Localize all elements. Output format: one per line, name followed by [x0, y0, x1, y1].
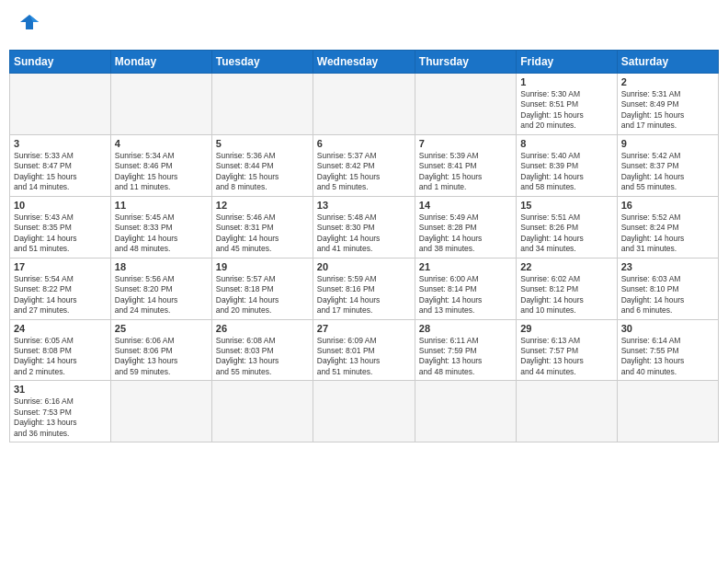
cell-content: Sunrise: 6:03 AM Sunset: 8:10 PM Dayligh…	[621, 274, 714, 316]
day-number: 7	[419, 138, 512, 149]
day-number: 17	[14, 261, 107, 272]
day-number: 25	[115, 323, 208, 334]
cell-content: Sunrise: 6:13 AM Sunset: 7:57 PM Dayligh…	[520, 336, 612, 378]
calendar-cell: 1Sunrise: 5:30 AM Sunset: 8:51 PM Daylig…	[517, 74, 617, 135]
calendar-cell	[110, 381, 211, 442]
calendar-cell: 6Sunrise: 5:37 AM Sunset: 8:42 PM Daylig…	[313, 134, 415, 196]
calendar-cell: 10Sunrise: 5:43 AM Sunset: 8:35 PM Dayli…	[10, 196, 111, 258]
day-number: 4	[115, 138, 208, 149]
day-number: 9	[621, 138, 714, 149]
calendar-cell: 20Sunrise: 5:59 AM Sunset: 8:16 PM Dayli…	[313, 258, 415, 319]
calendar-week-row: 10Sunrise: 5:43 AM Sunset: 8:35 PM Dayli…	[10, 196, 719, 258]
day-number: 1	[520, 76, 612, 87]
cell-content: Sunrise: 5:45 AM Sunset: 8:33 PM Dayligh…	[115, 213, 208, 255]
cell-content: Sunrise: 6:00 AM Sunset: 8:14 PM Dayligh…	[419, 274, 512, 316]
calendar-cell: 23Sunrise: 6:03 AM Sunset: 8:10 PM Dayli…	[617, 258, 718, 319]
calendar-cell: 26Sunrise: 6:08 AM Sunset: 8:03 PM Dayli…	[211, 319, 313, 381]
cell-content: Sunrise: 6:09 AM Sunset: 8:01 PM Dayligh…	[317, 336, 411, 378]
calendar-cell: 30Sunrise: 6:14 AM Sunset: 7:55 PM Dayli…	[617, 319, 718, 381]
calendar-cell: 21Sunrise: 6:00 AM Sunset: 8:14 PM Dayli…	[415, 258, 516, 319]
cell-content: Sunrise: 6:11 AM Sunset: 7:59 PM Dayligh…	[419, 336, 512, 378]
day-number: 3	[14, 138, 107, 149]
calendar-cell	[415, 381, 516, 442]
day-number: 28	[419, 323, 512, 334]
day-number: 12	[216, 200, 309, 211]
calendar-cell: 12Sunrise: 5:46 AM Sunset: 8:31 PM Dayli…	[211, 196, 313, 258]
calendar-week-row: 31Sunrise: 6:16 AM Sunset: 7:53 PM Dayli…	[10, 381, 719, 442]
day-number: 29	[520, 323, 612, 334]
cell-content: Sunrise: 5:57 AM Sunset: 8:18 PM Dayligh…	[216, 274, 309, 316]
calendar-cell: 4Sunrise: 5:34 AM Sunset: 8:46 PM Daylig…	[110, 134, 211, 196]
cell-content: Sunrise: 5:46 AM Sunset: 8:31 PM Dayligh…	[216, 213, 309, 255]
calendar-cell: 9Sunrise: 5:42 AM Sunset: 8:37 PM Daylig…	[617, 134, 718, 196]
day-number: 8	[520, 138, 612, 149]
header	[9, 9, 719, 42]
calendar-cell: 29Sunrise: 6:13 AM Sunset: 7:57 PM Dayli…	[517, 319, 617, 381]
calendar-cell: 17Sunrise: 5:54 AM Sunset: 8:22 PM Dayli…	[10, 258, 111, 319]
calendar-cell: 2Sunrise: 5:31 AM Sunset: 8:49 PM Daylig…	[617, 74, 718, 135]
weekday-header-thursday: Thursday	[415, 51, 516, 74]
calendar-cell: 8Sunrise: 5:40 AM Sunset: 8:39 PM Daylig…	[517, 134, 617, 196]
calendar-cell: 13Sunrise: 5:48 AM Sunset: 8:30 PM Dayli…	[313, 196, 415, 258]
calendar-cell: 16Sunrise: 5:52 AM Sunset: 8:24 PM Dayli…	[617, 196, 718, 258]
cell-content: Sunrise: 5:49 AM Sunset: 8:28 PM Dayligh…	[419, 213, 512, 255]
calendar-cell: 28Sunrise: 6:11 AM Sunset: 7:59 PM Dayli…	[415, 319, 516, 381]
day-number: 26	[216, 323, 309, 334]
weekday-header-monday: Monday	[110, 51, 211, 74]
calendar-week-row: 24Sunrise: 6:05 AM Sunset: 8:08 PM Dayli…	[10, 319, 719, 381]
cell-content: Sunrise: 5:31 AM Sunset: 8:49 PM Dayligh…	[621, 89, 714, 132]
calendar-cell: 22Sunrise: 6:02 AM Sunset: 8:12 PM Dayli…	[517, 258, 617, 319]
weekday-header-friday: Friday	[517, 51, 617, 74]
day-number: 24	[14, 323, 107, 334]
weekday-header-row: SundayMondayTuesdayWednesdayThursdayFrid…	[10, 51, 719, 74]
day-number: 14	[419, 200, 512, 211]
calendar-cell: 15Sunrise: 5:51 AM Sunset: 8:26 PM Dayli…	[517, 196, 617, 258]
calendar-cell	[415, 74, 516, 135]
calendar-cell	[211, 74, 313, 135]
calendar-cell	[10, 74, 111, 135]
day-number: 11	[115, 200, 208, 211]
calendar-week-row: 17Sunrise: 5:54 AM Sunset: 8:22 PM Dayli…	[10, 258, 719, 319]
day-number: 23	[621, 261, 714, 272]
day-number: 31	[14, 384, 107, 395]
calendar-cell: 31Sunrise: 6:16 AM Sunset: 7:53 PM Dayli…	[10, 381, 111, 442]
weekday-header-saturday: Saturday	[617, 51, 718, 74]
cell-content: Sunrise: 5:37 AM Sunset: 8:42 PM Dayligh…	[317, 151, 411, 193]
calendar-cell	[313, 381, 415, 442]
weekday-header-tuesday: Tuesday	[211, 51, 313, 74]
calendar-cell	[617, 381, 718, 442]
cell-content: Sunrise: 5:30 AM Sunset: 8:51 PM Dayligh…	[520, 89, 612, 132]
calendar-cell: 11Sunrise: 5:45 AM Sunset: 8:33 PM Dayli…	[110, 196, 211, 258]
calendar-cell: 3Sunrise: 5:33 AM Sunset: 8:47 PM Daylig…	[10, 134, 111, 196]
logo	[13, 9, 50, 42]
cell-content: Sunrise: 5:40 AM Sunset: 8:39 PM Dayligh…	[520, 151, 612, 193]
calendar-cell	[517, 381, 617, 442]
calendar-cell	[313, 74, 415, 135]
cell-content: Sunrise: 5:36 AM Sunset: 8:44 PM Dayligh…	[216, 151, 309, 193]
day-number: 10	[14, 200, 107, 211]
cell-content: Sunrise: 6:16 AM Sunset: 7:53 PM Dayligh…	[14, 396, 107, 439]
day-number: 18	[115, 261, 208, 272]
cell-content: Sunrise: 6:08 AM Sunset: 8:03 PM Dayligh…	[216, 336, 309, 378]
cell-content: Sunrise: 5:48 AM Sunset: 8:30 PM Dayligh…	[317, 213, 411, 255]
cell-content: Sunrise: 5:42 AM Sunset: 8:37 PM Dayligh…	[621, 151, 714, 193]
calendar-cell	[211, 381, 313, 442]
cell-content: Sunrise: 5:43 AM Sunset: 8:35 PM Dayligh…	[14, 213, 107, 255]
cell-content: Sunrise: 5:39 AM Sunset: 8:41 PM Dayligh…	[419, 151, 512, 193]
cell-content: Sunrise: 5:54 AM Sunset: 8:22 PM Dayligh…	[14, 274, 107, 316]
weekday-header-sunday: Sunday	[10, 51, 111, 74]
calendar-cell: 18Sunrise: 5:56 AM Sunset: 8:20 PM Dayli…	[110, 258, 211, 319]
day-number: 22	[520, 261, 612, 272]
logo-icon	[13, 9, 46, 42]
day-number: 16	[621, 200, 714, 211]
cell-content: Sunrise: 5:33 AM Sunset: 8:47 PM Dayligh…	[14, 151, 107, 193]
cell-content: Sunrise: 5:52 AM Sunset: 8:24 PM Dayligh…	[621, 213, 714, 255]
calendar-week-row: 3Sunrise: 5:33 AM Sunset: 8:47 PM Daylig…	[10, 134, 719, 196]
calendar-cell: 27Sunrise: 6:09 AM Sunset: 8:01 PM Dayli…	[313, 319, 415, 381]
calendar-cell: 25Sunrise: 6:06 AM Sunset: 8:06 PM Dayli…	[110, 319, 211, 381]
day-number: 30	[621, 323, 714, 334]
cell-content: Sunrise: 6:14 AM Sunset: 7:55 PM Dayligh…	[621, 336, 714, 378]
day-number: 19	[216, 261, 309, 272]
cell-content: Sunrise: 5:34 AM Sunset: 8:46 PM Dayligh…	[115, 151, 208, 193]
day-number: 13	[317, 200, 411, 211]
